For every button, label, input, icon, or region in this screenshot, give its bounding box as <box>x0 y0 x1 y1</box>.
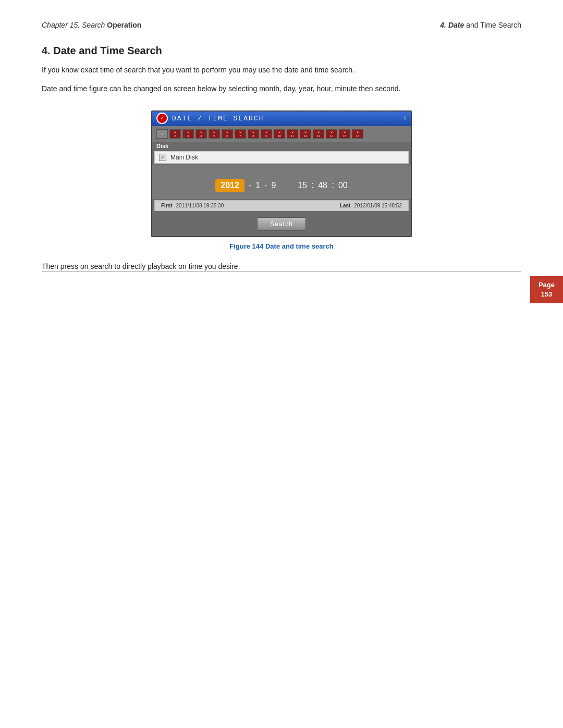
after-text: Then press on search to directly playbac… <box>42 261 521 272</box>
disk-checkbox[interactable]: ✓ <box>159 154 166 161</box>
search-btn-row: Search <box>152 212 411 236</box>
main-disk-name: Main Disk <box>170 154 198 161</box>
channel-9-icon[interactable]: ✕ 9 <box>261 129 272 139</box>
channel-2-icon[interactable]: ✕ 2 <box>169 129 181 139</box>
channel-3-icon[interactable]: ✕ 3 <box>182 129 194 139</box>
channel-14-icon[interactable]: ✕ 14 <box>326 129 337 139</box>
body-para1: If you know exact time of search that yo… <box>42 64 521 76</box>
year-value[interactable]: 2012 <box>215 179 244 192</box>
page-header: Chapter 15. Search Operation 4. Date and… <box>42 21 521 29</box>
dvr-screen: ✓ DATE / TIME SEARCH h 1 ✕ <box>151 110 412 237</box>
last-label: Last <box>340 203 351 208</box>
clock-icon: ✓ <box>156 113 169 125</box>
chapter-bold: Operation <box>107 21 141 29</box>
time-colon1: : <box>311 180 314 191</box>
minute-value[interactable]: 48 <box>318 181 327 190</box>
channel-5-icon[interactable]: ✕ 5 <box>209 129 220 139</box>
section-heading: 4. Date and Time Search <box>42 45 521 57</box>
footer-line <box>42 272 521 272</box>
page-label: Page <box>538 281 555 289</box>
figure-caption: Figure 144 Date and time search <box>229 242 333 250</box>
channel-10-icon[interactable]: ✕ 10 <box>274 129 285 139</box>
page-number: 153 <box>541 290 553 298</box>
channel-bar: 1 ✕ 2 ✕ 3 ✕ 4 ✕ <box>152 126 411 142</box>
section-header-right: 4. Date and Time Search <box>440 21 521 29</box>
dvr-titlebar: ✓ DATE / TIME SEARCH h <box>152 112 411 126</box>
first-info: First 2011/11/08 19:35:30 <box>161 203 224 208</box>
datetime-area: 2012 - 1 - 9 15 : 48 : 00 <box>152 172 411 199</box>
channel-4-icon[interactable]: ✕ 4 <box>195 129 207 139</box>
day-value[interactable]: 9 <box>271 181 276 190</box>
first-last-row: First 2011/11/08 19:35:30 Last 2012/01/0… <box>154 200 409 211</box>
channel-15-icon[interactable]: ✕ 15 <box>339 129 350 139</box>
hour-value[interactable]: 15 <box>298 181 307 190</box>
section-italic: Date <box>448 21 464 29</box>
section-num: 4. <box>440 21 446 29</box>
last-value: 2012/01/09 15:48:52 <box>354 203 402 208</box>
channel-7-icon[interactable]: ✕ 7 <box>235 129 246 139</box>
dvr-corner: h <box>403 116 407 121</box>
channel-6-icon[interactable]: ✕ 6 <box>222 129 233 139</box>
channel-13-icon[interactable]: ✕ 13 <box>313 129 324 139</box>
check-mark-icon: ✓ <box>161 154 164 161</box>
channel-16-icon[interactable]: ✕ 16 <box>352 129 363 139</box>
second-value[interactable]: 00 <box>338 181 348 190</box>
chapter-title: Chapter 15. Search Operation <box>42 21 141 29</box>
page-number-box: Page 153 <box>530 276 563 303</box>
time-colon2: : <box>332 180 334 191</box>
date-sep2: - <box>264 181 267 190</box>
section-rest: and Time Search <box>464 21 521 29</box>
main-disk-row: ✓ Main Disk <box>154 151 409 164</box>
channel-icons-row: 1 ✕ 2 ✕ 3 ✕ 4 ✕ <box>156 129 363 139</box>
spacer-row <box>152 165 411 169</box>
channel-1-icon[interactable]: 1 <box>156 129 168 139</box>
last-info: Last 2012/01/09 15:48:52 <box>340 203 402 208</box>
channel-11-icon[interactable]: ✕ 11 <box>287 129 298 139</box>
body-para2: Date and time figure can be changed on s… <box>42 83 521 94</box>
channel-8-icon[interactable]: ✕ 8 <box>248 129 259 139</box>
month-value[interactable]: 1 <box>255 181 260 190</box>
search-button[interactable]: Search <box>257 217 306 231</box>
dvr-title: DATE / TIME SEARCH <box>172 115 264 122</box>
date-sep1: - <box>249 181 251 190</box>
first-value: 2011/11/08 19:35:30 <box>176 203 224 208</box>
figure-container: ✓ DATE / TIME SEARCH h 1 ✕ <box>42 110 521 250</box>
first-label: First <box>161 203 173 208</box>
channel-12-icon[interactable]: ✕ 12 <box>300 129 311 139</box>
chapter-label: Chapter 15. Search <box>42 21 107 29</box>
disk-label: Disk <box>152 142 411 150</box>
